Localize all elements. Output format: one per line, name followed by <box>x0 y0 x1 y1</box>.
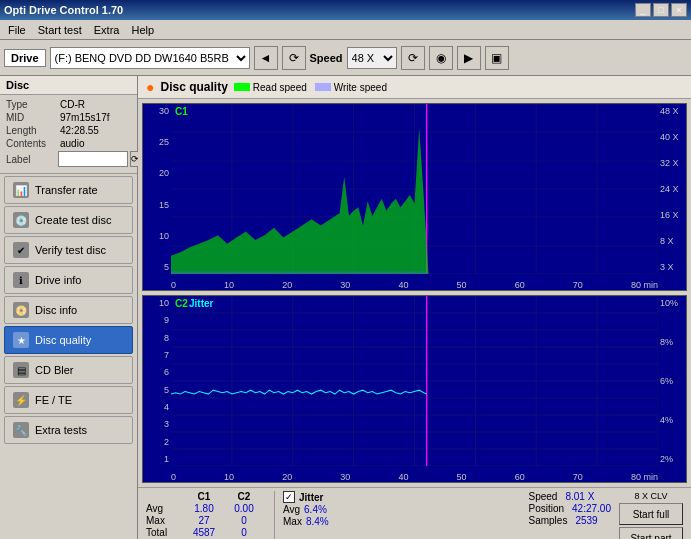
content-title: Disc quality <box>160 80 227 94</box>
close-button[interactable]: × <box>671 3 687 17</box>
label-label: Label <box>6 154 56 165</box>
sidebar-item-label-transfer-rate: Transfer rate <box>35 184 98 196</box>
verify-icon: ✔ <box>13 242 29 258</box>
sidebar-item-cd-bler[interactable]: ▤CD Bler <box>4 356 133 384</box>
jitter-header-row: ✓ Jitter <box>283 491 329 503</box>
c1-label: C1 <box>175 106 188 117</box>
avg-c2: 0.00 <box>226 503 262 514</box>
drive-select[interactable]: (F:) BENQ DVD DD DW1640 B5RB <box>50 47 250 69</box>
sidebar-item-label-extra-tests: Extra tests <box>35 424 87 436</box>
sidebar-item-label-disc-quality: Disc quality <box>35 334 91 346</box>
samples-row: Samples 2539 <box>528 515 611 526</box>
jitter-avg-label: Avg <box>283 504 300 515</box>
stats-c2-header: C2 <box>226 491 262 502</box>
jitter-stats: ✓ Jitter Avg 6.4% Max 8.4% <box>283 491 329 527</box>
minimize-button[interactable]: _ <box>635 3 651 17</box>
title-bar: Opti Drive Control 1.70 _ □ × <box>0 0 691 20</box>
contents-label: Contents <box>6 138 56 149</box>
sidebar-item-label-drive-info: Drive info <box>35 274 81 286</box>
sidebar-item-create-test[interactable]: 💿Create test disc <box>4 206 133 234</box>
c1-chart: 30 25 20 15 10 5 48 X 40 X 32 X 24 X 16 … <box>142 103 687 291</box>
sidebar-item-fe-te[interactable]: ⚡FE / TE <box>4 386 133 414</box>
c1-x-labels: 0 10 20 30 40 50 60 70 80 min <box>171 280 658 290</box>
jitter-checkbox[interactable]: ✓ <box>283 491 295 503</box>
speed-val: 8.01 X <box>565 491 594 502</box>
sidebar-item-disc-quality[interactable]: ★Disc quality <box>4 326 133 354</box>
jitter-avg-val: 6.4% <box>304 504 327 515</box>
content-header: ● Disc quality Read speed Write speed <box>138 76 691 99</box>
drive-label: Drive <box>4 49 46 67</box>
contents-value: audio <box>60 138 84 149</box>
max-label: Max <box>146 515 182 526</box>
c1-chart-wrapper: 30 25 20 15 10 5 48 X 40 X 32 X 24 X 16 … <box>142 103 687 291</box>
menu-help[interactable]: Help <box>125 22 160 38</box>
sidebar-item-transfer-rate[interactable]: 📊Transfer rate <box>4 176 133 204</box>
menu-start-test[interactable]: Start test <box>32 22 88 38</box>
maximize-button[interactable]: □ <box>653 3 669 17</box>
sidebar: Disc Type CD-R MID 97m15s17f Length 42:2… <box>0 76 138 539</box>
sidebar-item-label-create-test: Create test disc <box>35 214 111 226</box>
c2-y-labels-right: 10% 8% 6% 4% 2% <box>658 296 686 466</box>
disc-header: Disc <box>0 76 137 95</box>
menu-file[interactable]: File <box>2 22 32 38</box>
c1-r-48x: 48 X <box>660 106 684 116</box>
max-c1: 27 <box>186 515 222 526</box>
c1-y-5: 5 <box>145 262 169 272</box>
legend-read-speed: Read speed <box>234 82 307 93</box>
extra-icon: 🔧 <box>13 422 29 438</box>
toolbar-btn-4[interactable]: ▣ <box>485 46 509 70</box>
mid-label: MID <box>6 112 56 123</box>
toolbar-btn-1[interactable]: ⟳ <box>401 46 425 70</box>
sidebar-item-extra-tests[interactable]: 🔧Extra tests <box>4 416 133 444</box>
jitter-avg-row: Avg 6.4% <box>283 504 329 515</box>
start-buttons: 8 X CLV Start full Start part <box>619 491 683 539</box>
menu-bar: File Start test Extra Help <box>0 20 691 40</box>
jitter-label: Jitter <box>299 492 323 503</box>
stats-bar: C1 C2 Avg 1.80 0.00 Max 27 0 Total 4587 … <box>138 487 691 539</box>
sidebar-item-drive-info[interactable]: ℹDrive info <box>4 266 133 294</box>
jitter-max-val: 8.4% <box>306 516 329 527</box>
menu-extra[interactable]: Extra <box>88 22 126 38</box>
position-key: Position <box>528 503 564 514</box>
c1-y-15: 15 <box>145 200 169 210</box>
jitter-max-row: Max 8.4% <box>283 516 329 527</box>
speed-key: Speed <box>528 491 557 502</box>
c1-y-labels: 30 25 20 15 10 5 <box>143 104 171 274</box>
drive-prev-button[interactable]: ◄ <box>254 46 278 70</box>
sidebar-item-verify-test[interactable]: ✔Verify test disc <box>4 236 133 264</box>
samples-key: Samples <box>528 515 567 526</box>
mid-value: 97m15s17f <box>60 112 109 123</box>
c1-y-25: 25 <box>145 137 169 147</box>
length-label: Length <box>6 125 56 136</box>
fete-icon: ⚡ <box>13 392 29 408</box>
speed-select[interactable]: 48 X <box>347 47 397 69</box>
c1-r-8x: 8 X <box>660 236 684 246</box>
stats-avg-row: Avg 1.80 0.00 <box>146 503 266 514</box>
quality-icon: ★ <box>13 332 29 348</box>
stats-empty <box>146 491 182 502</box>
toolbar-btn-2[interactable]: ◉ <box>429 46 453 70</box>
toolbar-btn-3[interactable]: ▶ <box>457 46 481 70</box>
c1-r-32x: 32 X <box>660 158 684 168</box>
sidebar-item-label-cd-bler: CD Bler <box>35 364 74 376</box>
c2-chart: 10 9 8 7 6 5 4 3 2 1 10% 8% <box>142 295 687 483</box>
jitter-chart-label: Jitter <box>189 298 213 309</box>
c1-r-3x: 3 X <box>660 262 684 272</box>
info-icon: ℹ <box>13 272 29 288</box>
start-part-button[interactable]: Start part <box>619 527 683 539</box>
window-controls: _ □ × <box>635 3 687 17</box>
speed-label: Speed <box>310 52 343 64</box>
jitter-max-label: Max <box>283 516 302 527</box>
sidebar-buttons: 📊Transfer rate💿Create test disc✔Verify t… <box>0 174 137 446</box>
c2-chart-wrapper: 10 9 8 7 6 5 4 3 2 1 10% 8% <box>142 295 687 483</box>
content-area: ● Disc quality Read speed Write speed <box>138 76 691 539</box>
type-value: CD-R <box>60 99 85 110</box>
legend-write-color <box>315 83 331 91</box>
stats-total-row: Total 4587 0 <box>146 527 266 538</box>
stats-max-row: Max 27 0 <box>146 515 266 526</box>
sidebar-item-disc-info[interactable]: 📀Disc info <box>4 296 133 324</box>
drive-refresh-button[interactable]: ⟳ <box>282 46 306 70</box>
label-input[interactable] <box>58 151 128 167</box>
start-full-button[interactable]: Start full <box>619 503 683 525</box>
legend-read-label: Read speed <box>253 82 307 93</box>
